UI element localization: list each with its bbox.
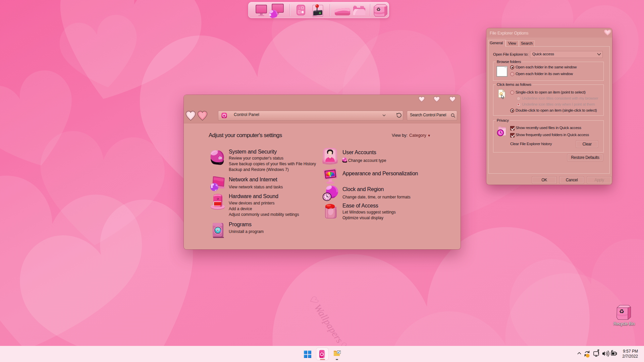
svg-text:♻: ♻ (619, 308, 624, 315)
svg-text:dɪ: dɪ (344, 159, 346, 161)
svg-text:♪: ♪ (299, 6, 300, 9)
svg-text:♻: ♻ (376, 7, 381, 12)
